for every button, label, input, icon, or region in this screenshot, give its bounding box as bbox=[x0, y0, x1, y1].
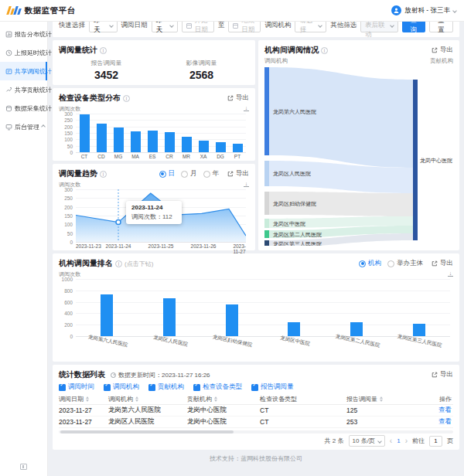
bar-slot bbox=[229, 114, 246, 152]
y-tick-label: 150 bbox=[59, 213, 73, 219]
column-checkbox[interactable]: 调阅机构 bbox=[104, 382, 139, 392]
bar-slot bbox=[127, 114, 144, 152]
report-icon bbox=[5, 31, 12, 38]
user-avatar-icon bbox=[391, 5, 401, 15]
page-size-select[interactable]: 10 条/页 bbox=[349, 435, 385, 447]
x-tick-label: DG bbox=[212, 152, 229, 159]
goto-page-suffix: 页 bbox=[447, 437, 453, 445]
column-checkbox[interactable]: 贡献机构 bbox=[148, 382, 184, 392]
bar-XA[interactable] bbox=[199, 141, 209, 152]
chart-plot: 050100150200250300 bbox=[76, 114, 246, 152]
y-tick-label: 250 bbox=[59, 196, 73, 201]
goto-label: 前往 bbox=[412, 437, 425, 445]
user-menu[interactable]: 放射科 - 张三丰 bbox=[391, 5, 456, 15]
stat-item: 报告调阅量3452 bbox=[59, 57, 154, 82]
sort-icon[interactable] bbox=[214, 396, 217, 402]
info-icon bbox=[100, 47, 107, 54]
bar-PT[interactable] bbox=[233, 144, 243, 152]
sort-icon[interactable] bbox=[86, 396, 89, 402]
export-button[interactable]: 导出 bbox=[432, 259, 453, 268]
sidebar-item-4[interactable]: 共享贡献统计 bbox=[0, 80, 47, 99]
save-image-icon[interactable] bbox=[244, 106, 249, 111]
current-page[interactable]: 1 bbox=[397, 437, 400, 444]
cell-org: 龙岗第六人民医院 bbox=[108, 406, 187, 415]
column-checkboxes: 调阅时间调阅机构贡献机构检查设备类型报告调阅量 bbox=[59, 382, 453, 393]
x-axis-labels: 龙岗第六人民医院龙岗区人民医院龙岗区妇幼保健院龙岗区中医院龙岗区第二人民医院龙岗… bbox=[76, 336, 450, 355]
svg-text:龙岗区妇幼保健院: 龙岗区妇幼保健院 bbox=[273, 201, 316, 207]
bar-龙岗区第二人民医院[interactable] bbox=[350, 322, 363, 337]
cell-count: 253 bbox=[346, 418, 413, 426]
view-link[interactable]: 查看 bbox=[438, 406, 452, 415]
export-button[interactable]: 导出 bbox=[432, 46, 453, 55]
date-label: 调阅日期 bbox=[121, 21, 148, 30]
svg-text:龙岗中心医院: 龙岗中心医院 bbox=[420, 158, 452, 164]
radio-label: 机构 bbox=[368, 259, 381, 268]
checkbox-checked-icon bbox=[59, 384, 66, 391]
sidebar-item-6[interactable]: 后台管理 bbox=[0, 117, 47, 136]
column-header: 贡献机构 bbox=[187, 395, 260, 403]
prev-page-button[interactable]: ‹ bbox=[390, 437, 392, 445]
bar-CT[interactable] bbox=[80, 114, 90, 152]
sort-icon[interactable] bbox=[380, 396, 383, 402]
sidebar-collapse-icon[interactable] bbox=[20, 464, 27, 470]
column-checkbox[interactable]: 报告调阅量 bbox=[251, 382, 294, 392]
checkbox-checked-icon bbox=[193, 384, 200, 391]
bar-ES[interactable] bbox=[148, 131, 158, 152]
app-logo: 数据监管平台 bbox=[8, 5, 76, 16]
footer-text: 技术支持：蓝网科技股份有限公司 bbox=[53, 450, 459, 466]
cell-date: 2023-11-27 bbox=[59, 418, 108, 426]
export-button[interactable]: 导出 bbox=[227, 94, 249, 103]
bar-CR[interactable] bbox=[165, 132, 175, 152]
bar-slot bbox=[138, 279, 201, 336]
trend-period-option[interactable]: 月 bbox=[181, 169, 197, 178]
x-axis-labels: 2023-11-232023-11-242023-11-252023-11-26… bbox=[76, 242, 246, 249]
column-checkbox[interactable]: 检查设备类型 bbox=[193, 382, 242, 392]
radio-label: 月 bbox=[190, 169, 197, 178]
sidebar-item-2[interactable]: 上报延时统计 bbox=[0, 43, 47, 62]
y-tick-label: 0 bbox=[59, 334, 73, 339]
export-button[interactable]: 导出 bbox=[432, 370, 453, 379]
stat-label: 影像调阅量 bbox=[186, 59, 217, 67]
sort-icon[interactable] bbox=[135, 396, 138, 402]
total-count: 共 2 条 bbox=[325, 437, 344, 445]
scrollbar-thumb[interactable] bbox=[60, 430, 234, 434]
sidebar-item-1[interactable]: 报告分布统计 bbox=[0, 25, 47, 43]
column-header: 检查设备类型 bbox=[260, 395, 346, 403]
checkbox-label: 调阅机构 bbox=[113, 382, 139, 392]
checkbox-checked-icon bbox=[104, 384, 111, 391]
bar-MA[interactable] bbox=[131, 131, 141, 153]
ranking-mode-option[interactable]: 机构 bbox=[359, 259, 381, 268]
trend-period-option[interactable]: 年 bbox=[203, 169, 220, 178]
checkbox-label: 报告调阅量 bbox=[261, 382, 294, 392]
bars bbox=[76, 114, 246, 152]
bar-龙岗区人民医院[interactable] bbox=[163, 298, 176, 336]
goto-page-input[interactable] bbox=[429, 436, 442, 447]
bar-龙岗区中医院[interactable] bbox=[288, 322, 300, 337]
bar-MR[interactable] bbox=[182, 137, 192, 152]
bar-CD[interactable] bbox=[97, 124, 107, 152]
column-header-label: 操作 bbox=[439, 395, 452, 403]
column-checkbox[interactable]: 调阅时间 bbox=[59, 382, 94, 392]
bar-DG[interactable] bbox=[216, 142, 226, 152]
save-image-icon[interactable] bbox=[244, 182, 249, 187]
save-image-icon[interactable] bbox=[448, 271, 453, 277]
bar-龙岗第六人民医院[interactable] bbox=[101, 294, 113, 336]
x-tick-label: MG bbox=[110, 152, 127, 159]
y-tick-label: 100 bbox=[59, 222, 73, 227]
bar-MG[interactable] bbox=[114, 128, 124, 152]
bar-龙岗区妇幼保健院[interactable] bbox=[226, 304, 238, 336]
column-header-label: 贡献机构 bbox=[187, 395, 212, 403]
database-icon bbox=[5, 105, 12, 112]
x-tick-label: ES bbox=[144, 152, 161, 159]
view-link[interactable]: 查看 bbox=[438, 417, 452, 427]
trend-period-option[interactable]: 日 bbox=[159, 169, 176, 178]
column-header: 调阅日期 bbox=[59, 395, 108, 403]
sidebar-item-5[interactable]: 数据采集统计 bbox=[0, 99, 47, 117]
next-page-button[interactable]: › bbox=[405, 437, 408, 445]
sidebar-item-3[interactable]: 共享调阅统计 bbox=[0, 62, 47, 80]
y-tick-label: 200 bbox=[59, 204, 73, 209]
export-button[interactable]: 导出 bbox=[227, 169, 249, 178]
ranking-mode-option[interactable]: 举办主体 bbox=[387, 259, 423, 268]
cell-contrib: 龙岗中心医院 bbox=[187, 417, 260, 427]
bar-slot bbox=[144, 114, 161, 152]
